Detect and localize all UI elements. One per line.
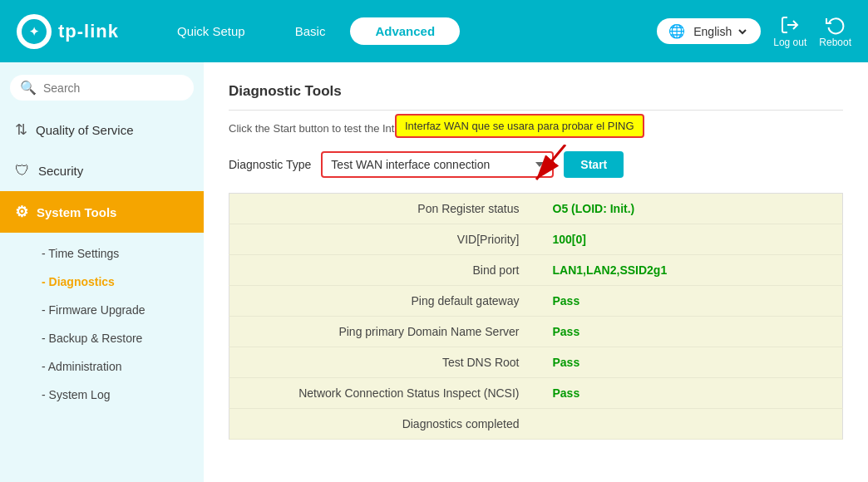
logout-label: Log out: [773, 37, 806, 48]
result-value: Pass: [536, 378, 843, 409]
nav-links: Quick Setup Basic Advanced: [152, 17, 657, 45]
table-row: VID[Priority]100[0]: [229, 224, 843, 255]
content-area: Diagnostic Tools Click the Start button …: [204, 62, 868, 482]
result-label: Pon Register status: [229, 194, 536, 224]
main-layout: 🔍 ⇅ Quality of Service 🛡 Security ⚙ Syst…: [0, 62, 868, 482]
nav-quick-setup[interactable]: Quick Setup: [152, 17, 270, 45]
result-label: Test DNS Root: [229, 347, 536, 378]
nav-advanced[interactable]: Advanced: [350, 17, 460, 45]
table-row: Pon Register statusO5 (LOID: Init.): [229, 194, 843, 224]
reboot-label: Reboot: [819, 37, 851, 48]
svg-line-4: [536, 145, 565, 180]
search-icon: 🔍: [20, 80, 37, 96]
header-right: 🌐 English Spanish French Log out Reboot: [657, 15, 851, 48]
result-value: Pass: [536, 317, 843, 347]
language-dropdown[interactable]: English Spanish French: [690, 24, 749, 39]
globe-icon: 🌐: [668, 23, 685, 39]
search-bar[interactable]: 🔍: [10, 75, 194, 101]
result-value: Pass: [536, 347, 843, 378]
diagnostic-type-label: Diagnostic Type: [229, 158, 311, 171]
logo: ✦ tp-link: [17, 14, 119, 49]
svg-text:✦: ✦: [29, 25, 39, 37]
logo-icon: ✦: [17, 14, 52, 49]
result-label: VID[Priority]: [229, 224, 536, 255]
system-tools-icon: ⚙: [15, 203, 28, 221]
sub-diagnostics[interactable]: - Diagnostics: [27, 268, 204, 296]
table-row: Ping primary Domain Name ServerPass: [229, 317, 843, 347]
result-label: Ping primary Domain Name Server: [229, 317, 536, 347]
sub-firmware-upgrade[interactable]: - Firmware Upgrade: [27, 296, 204, 324]
sidebar-sub-menu: - Time Settings - Diagnostics - Firmware…: [0, 233, 204, 416]
logo-text: tp-link: [58, 21, 119, 42]
table-row: Ping default gatewayPass: [229, 286, 843, 317]
sidebar-item-qos[interactable]: ⇅ Quality of Service: [0, 109, 204, 150]
arrow-annotation: [524, 145, 574, 189]
diagnostic-type-select[interactable]: Test WAN interface connection Ping Trace…: [321, 151, 554, 178]
nav-basic[interactable]: Basic: [270, 17, 351, 45]
results-wrapper: Pon Register statusO5 (LOID: Init.)VID[P…: [229, 193, 843, 440]
tooltip-annotation: Interfaz WAN que se usara para probar el…: [395, 114, 644, 138]
reboot-button[interactable]: Reboot: [819, 15, 851, 48]
table-row: Test DNS RootPass: [229, 347, 843, 378]
result-value: [536, 409, 843, 440]
security-icon: 🛡: [15, 162, 30, 180]
table-row: Network Connection Status Inspect (NCSI)…: [229, 378, 843, 409]
sidebar: 🔍 ⇅ Quality of Service 🛡 Security ⚙ Syst…: [0, 62, 204, 482]
result-value: O5 (LOID: Init.): [536, 194, 843, 224]
table-row: Bind portLAN1,LAN2,SSID2g1: [229, 255, 843, 286]
diagnostic-row: Diagnostic Type Test WAN interface conne…: [229, 151, 843, 178]
result-label: Diagnostics completed: [229, 409, 536, 440]
page-title: Diagnostic Tools: [229, 83, 843, 111]
search-input[interactable]: [43, 81, 184, 95]
result-label: Bind port: [229, 255, 536, 286]
result-value: 100[0]: [536, 224, 843, 255]
table-row: Diagnostics completed: [229, 409, 843, 440]
sub-administration[interactable]: - Administration: [27, 352, 204, 381]
result-label: Ping default gateway: [229, 286, 536, 317]
qos-icon: ⇅: [15, 120, 27, 139]
sidebar-item-system-tools-label: System Tools: [37, 205, 116, 219]
result-value: Pass: [536, 286, 843, 317]
sidebar-item-security-label: Security: [38, 164, 83, 178]
sidebar-item-qos-label: Quality of Service: [36, 123, 134, 137]
sidebar-item-security[interactable]: 🛡 Security: [0, 150, 204, 191]
result-value: LAN1,LAN2,SSID2g1: [536, 255, 843, 286]
results-table: Pon Register statusO5 (LOID: Init.)VID[P…: [229, 193, 843, 440]
sidebar-item-system-tools[interactable]: ⚙ System Tools: [0, 191, 204, 233]
result-label: Network Connection Status Inspect (NCSI): [229, 378, 536, 409]
header: ✦ tp-link Quick Setup Basic Advanced 🌐 E…: [0, 0, 868, 62]
logout-button[interactable]: Log out: [773, 15, 806, 48]
sub-system-log[interactable]: - System Log: [27, 381, 204, 409]
sub-time-settings[interactable]: - Time Settings: [27, 239, 204, 268]
sub-backup-restore[interactable]: - Backup & Restore: [27, 324, 204, 352]
language-selector[interactable]: 🌐 English Spanish French: [657, 18, 761, 44]
